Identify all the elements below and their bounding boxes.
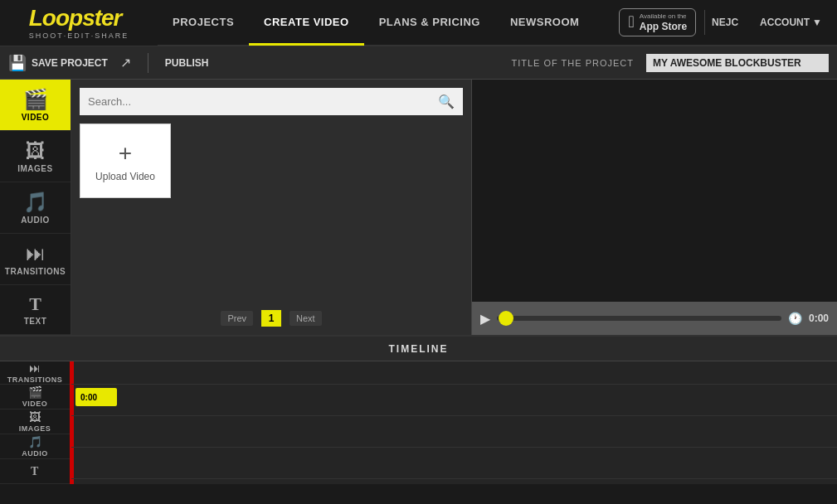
timeline-tracks: 0:00 bbox=[71, 361, 837, 484]
export-icon[interactable]: ↗ bbox=[120, 55, 131, 70]
tl-transitions-label: TRANSITIONS bbox=[7, 376, 63, 384]
time-icon: 🕐 bbox=[788, 312, 802, 325]
tl-track-transitions[interactable]: ⏭ TRANSITIONS bbox=[0, 361, 70, 385]
images-label: IMAGES bbox=[17, 164, 52, 173]
video-icon: 🎬 bbox=[23, 88, 48, 111]
text-icon: T bbox=[29, 293, 41, 315]
search-input[interactable] bbox=[80, 90, 430, 114]
save-label: SAVE PROJECT bbox=[32, 57, 108, 69]
content-body: 🎬 VIDEO 🖼 IMAGES 🎵 AUDIO ⏭ TRANSITIONS T… bbox=[0, 80, 837, 335]
upload-video-button[interactable]: + Upload Video bbox=[80, 124, 171, 198]
tl-text-label: T bbox=[31, 465, 39, 478]
tl-transitions-icon: ⏭ bbox=[29, 361, 41, 375]
images-track-row bbox=[71, 416, 837, 448]
nav-item-plans[interactable]: PLANS & PRICING bbox=[364, 1, 495, 46]
progress-track[interactable] bbox=[497, 316, 781, 321]
video-track-row: 0:00 bbox=[71, 385, 837, 416]
timeline-section: TIMELINE ⏭ TRANSITIONS 🎬 VIDEO 🖼 IMAGES … bbox=[0, 335, 837, 484]
images-icon: 🖼 bbox=[26, 139, 46, 162]
transitions-track-row bbox=[71, 361, 837, 385]
video-label: VIDEO bbox=[22, 113, 50, 122]
plus-icon: + bbox=[119, 140, 132, 167]
search-bar: 🔍 bbox=[80, 88, 463, 115]
tl-audio-icon: 🎵 bbox=[28, 435, 42, 448]
tl-track-images[interactable]: 🖼 IMAGES bbox=[0, 410, 70, 434]
audio-label: AUDIO bbox=[21, 216, 50, 225]
time-display: 0:00 bbox=[809, 313, 829, 324]
toolbar-divider bbox=[148, 53, 148, 73]
sidebar-item-text[interactable]: T TEXT bbox=[0, 285, 71, 335]
top-navigation: Loopster SHOOT·EDIT·SHARE PROJECTS CREAT… bbox=[0, 0, 837, 46]
save-project-button[interactable]: 💾 SAVE PROJECT bbox=[8, 54, 108, 72]
tl-track-audio[interactable]: 🎵 AUDIO bbox=[0, 434, 70, 459]
store-name-label: App Store bbox=[640, 21, 687, 32]
preview-screen bbox=[472, 80, 837, 302]
save-icon: 💾 bbox=[8, 54, 27, 72]
nav-links: PROJECTS CREATE VIDEO PLANS & PRICING NE… bbox=[158, 0, 619, 45]
transitions-icon: ⏭ bbox=[26, 242, 46, 265]
tl-video-label: VIDEO bbox=[22, 400, 48, 408]
tl-audio-label: AUDIO bbox=[22, 449, 48, 458]
nav-right:  Available on the App Store NEJC ACCOUN… bbox=[619, 8, 837, 36]
available-label: Available on the bbox=[640, 12, 687, 21]
prev-page-button[interactable]: Prev bbox=[221, 311, 253, 326]
logo: Loopster SHOOT·EDIT·SHARE bbox=[0, 0, 158, 46]
timeline-sidebar: ⏭ TRANSITIONS 🎬 VIDEO 🖼 IMAGES 🎵 AUDIO T bbox=[0, 361, 71, 484]
left-sidebar: 🎬 VIDEO 🖼 IMAGES 🎵 AUDIO ⏭ TRANSITIONS T… bbox=[0, 80, 71, 335]
search-icon: 🔍 bbox=[438, 94, 455, 109]
pagination: Prev 1 Next bbox=[80, 310, 463, 327]
tl-track-video[interactable]: 🎬 VIDEO bbox=[0, 385, 70, 410]
clip-time: 0:00 bbox=[80, 393, 97, 402]
account-button[interactable]: ACCOUNT ▼ bbox=[753, 17, 829, 28]
search-button[interactable]: 🔍 bbox=[430, 88, 463, 115]
sidebar-item-images[interactable]: 🖼 IMAGES bbox=[0, 131, 71, 182]
logo-subtitle: SHOOT·EDIT·SHARE bbox=[29, 32, 129, 40]
upload-area: + Upload Video bbox=[80, 124, 463, 302]
video-preview: ▶ 🕐 0:00 bbox=[472, 80, 837, 335]
timeline-body: ⏭ TRANSITIONS 🎬 VIDEO 🖼 IMAGES 🎵 AUDIO T bbox=[0, 361, 837, 484]
tl-video-icon: 🎬 bbox=[28, 385, 42, 399]
upload-label: Upload Video bbox=[95, 171, 155, 182]
tl-images-icon: 🖼 bbox=[29, 410, 41, 424]
tl-track-text[interactable]: T bbox=[0, 459, 70, 484]
playback-bar: ▶ 🕐 0:00 bbox=[472, 302, 837, 335]
sidebar-item-audio[interactable]: 🎵 AUDIO bbox=[0, 182, 71, 234]
publish-button[interactable]: PUBLISH bbox=[165, 57, 209, 69]
toolbar: 💾 SAVE PROJECT ↗ PUBLISH TITLE OF THE PR… bbox=[0, 46, 837, 80]
project-title-input[interactable] bbox=[646, 54, 829, 72]
current-page: 1 bbox=[261, 310, 281, 327]
play-button[interactable]: ▶ bbox=[480, 311, 490, 327]
video-clip[interactable]: 0:00 bbox=[75, 388, 117, 406]
publish-label: PUBLISH bbox=[165, 57, 209, 69]
nav-item-create-video[interactable]: CREATE VIDEO bbox=[249, 1, 364, 46]
timeline-title: TIMELINE bbox=[389, 343, 449, 355]
transitions-label: TRANSITIONS bbox=[5, 267, 66, 276]
nav-item-newsroom[interactable]: NEWSROOM bbox=[495, 1, 594, 46]
content-panel: 🔍 + Upload Video Prev 1 Next bbox=[71, 80, 472, 335]
sidebar-item-video[interactable]: 🎬 VIDEO bbox=[0, 80, 71, 131]
audio-icon: 🎵 bbox=[23, 191, 48, 214]
apple-icon:  bbox=[628, 12, 634, 32]
chevron-down-icon: ▼ bbox=[812, 17, 822, 28]
timeline-header: TIMELINE bbox=[0, 337, 837, 361]
progress-handle[interactable] bbox=[499, 311, 513, 326]
text-label: TEXT bbox=[24, 317, 47, 326]
nav-item-projects[interactable]: PROJECTS bbox=[158, 1, 249, 46]
title-label: TITLE OF THE PROJECT bbox=[511, 58, 634, 68]
app-store-button[interactable]:  Available on the App Store bbox=[619, 8, 696, 36]
audio-track-row bbox=[71, 448, 837, 479]
sidebar-item-transitions[interactable]: ⏭ TRANSITIONS bbox=[0, 234, 71, 285]
next-page-button[interactable]: Next bbox=[290, 311, 322, 326]
user-button[interactable]: NEJC bbox=[704, 10, 745, 35]
tl-images-label: IMAGES bbox=[19, 424, 51, 433]
logo-text: Loopster bbox=[29, 5, 129, 32]
